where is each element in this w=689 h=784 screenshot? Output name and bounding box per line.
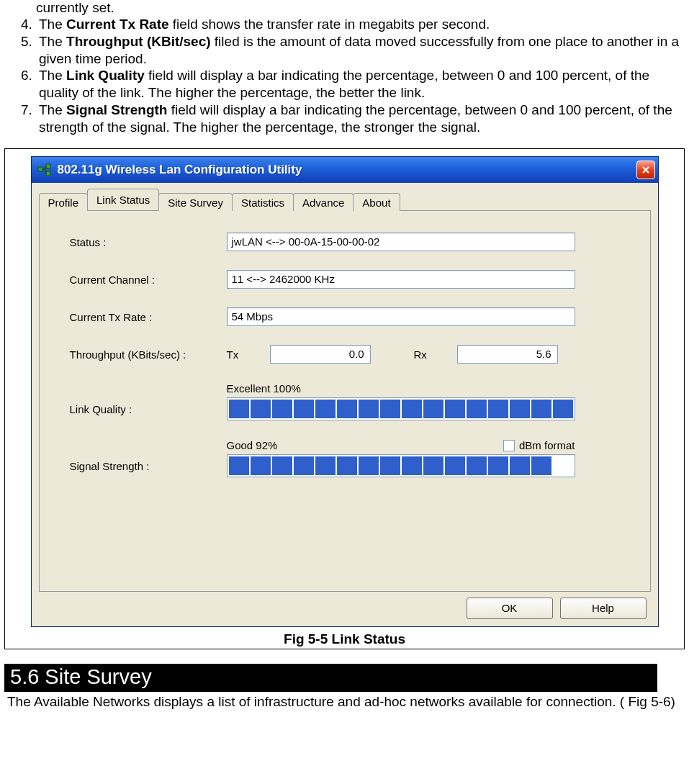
field-rx-value: 5.6 (457, 345, 558, 364)
progress-segment (359, 456, 379, 475)
progress-segment (423, 400, 443, 418)
section-5-6-body: The Available Networks displays a list o… (0, 692, 689, 718)
text: The (39, 34, 66, 49)
button-bar: OK Help (39, 592, 651, 619)
label-link-quality: Link Quality : (70, 403, 227, 415)
list-item-4: The Current Tx Rate field shows the tran… (36, 16, 682, 33)
app-icon (37, 163, 52, 177)
text: field shows the transfer rate in megabit… (169, 17, 490, 32)
signal-strength-text: Good 92% (227, 439, 503, 451)
progress-segment (337, 456, 357, 475)
text: The (39, 68, 66, 83)
progress-segment (553, 400, 573, 418)
progress-segment (337, 400, 357, 418)
tab-link-status[interactable]: Link Status (87, 189, 159, 210)
progress-segment (315, 400, 336, 418)
section-5-6-header: 5.6 Site Survey (4, 664, 657, 692)
progress-segment (510, 456, 530, 475)
ok-button[interactable]: OK (467, 598, 553, 619)
progress-segment (553, 456, 573, 475)
field-channel: 11 <--> 2462000 KHz (227, 270, 575, 289)
tab-about[interactable]: About (353, 193, 400, 211)
progress-segment (272, 456, 292, 475)
close-button[interactable] (636, 161, 655, 179)
tab-site-survey[interactable]: Site Survey (158, 193, 233, 211)
figure-caption: Fig 5-5 Link Status (5, 630, 684, 649)
svg-rect-2 (46, 171, 50, 176)
bold-term: Throughput (KBit/sec) (66, 34, 211, 49)
label-signal-strength: Signal Strength : (70, 460, 227, 472)
help-button[interactable]: Help (560, 598, 647, 619)
progress-segment (359, 400, 379, 418)
progress-segment (272, 400, 292, 418)
list-item-7: The Signal Strength field will display a… (36, 102, 682, 136)
progress-segment (251, 456, 271, 475)
progress-segment (488, 400, 508, 418)
titlebar: 802.11g Wireless Lan Configuration Utili… (32, 157, 658, 183)
dbm-label: dBm format (519, 439, 575, 451)
label-rx: Rx (414, 348, 457, 361)
progress-segment (423, 456, 443, 475)
label-txrate: Current Tx Rate : (70, 311, 227, 323)
checkbox-icon (503, 440, 515, 451)
progress-segment (445, 456, 465, 475)
label-throughput: Throughput (KBits/sec) : (70, 348, 227, 361)
figure-box: 802.11g Wireless Lan Configuration Utili… (4, 148, 685, 649)
progress-segment (531, 400, 551, 418)
text: The (39, 102, 66, 117)
svg-rect-0 (38, 167, 42, 171)
dbm-checkbox[interactable]: dBm format (503, 439, 575, 451)
progress-segment (467, 400, 487, 418)
field-tx-value: 0.0 (270, 345, 371, 364)
progress-segment (294, 456, 314, 475)
list-item-6: The Link Quality field will display a ba… (36, 67, 682, 102)
progress-segment (488, 456, 508, 475)
progress-segment (294, 400, 314, 418)
numbered-list: The Current Tx Rate field shows the tran… (7, 16, 682, 135)
field-status: jwLAN <--> 00-0A-15-00-00-02 (227, 233, 575, 251)
progress-segment (315, 456, 336, 475)
svg-rect-1 (46, 164, 50, 168)
progress-segment (402, 456, 422, 475)
progress-segment (510, 400, 530, 418)
progress-segment (229, 456, 249, 475)
label-status: Status : (70, 236, 227, 248)
label-tx: Tx (227, 348, 270, 361)
tab-profile[interactable]: Profile (39, 193, 89, 211)
tab-statistics[interactable]: Statistics (232, 193, 294, 211)
bold-term: Signal Strength (66, 102, 167, 117)
progress-segment (251, 400, 271, 418)
bold-term: Current Tx Rate (66, 17, 169, 32)
tab-panel-link-status: Status : jwLAN <--> 00-0A-15-00-00-02 Cu… (39, 210, 651, 592)
tab-advance[interactable]: Advance (293, 193, 353, 211)
progress-segment (380, 400, 400, 418)
progress-segment (445, 400, 465, 418)
list-item-5: The Throughput (KBit/sec) filed is the a… (36, 33, 682, 68)
progress-segment (229, 400, 249, 418)
close-icon (641, 166, 650, 174)
progress-segment (402, 400, 422, 418)
progress-segment (531, 456, 551, 475)
signal-strength-bar (227, 454, 575, 477)
progress-segment (380, 456, 400, 475)
prev-line-tail: currently set. (7, 0, 682, 16)
link-quality-bar (227, 397, 575, 420)
text: The (39, 17, 66, 32)
tabstrip: Profile Link Status Site Survey Statisti… (39, 189, 651, 210)
label-channel: Current Channel : (70, 274, 227, 286)
bold-term: Link Quality (66, 68, 145, 83)
field-txrate: 54 Mbps (227, 307, 575, 326)
progress-segment (467, 456, 487, 475)
config-utility-dialog: 802.11g Wireless Lan Configuration Utili… (31, 156, 659, 627)
link-quality-text: Excellent 100% (227, 382, 575, 395)
window-title: 802.11g Wireless Lan Configuration Utili… (58, 163, 636, 177)
